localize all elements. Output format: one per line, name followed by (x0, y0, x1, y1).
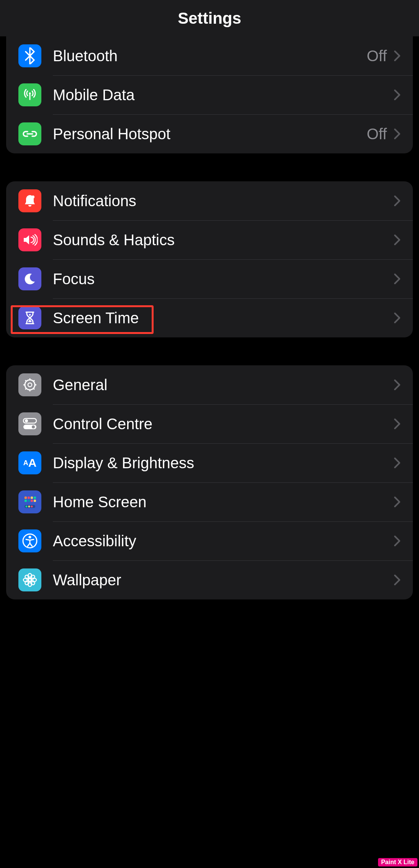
row-value: Off (367, 47, 387, 65)
gear-icon (18, 373, 41, 396)
svg-point-1 (31, 195, 34, 199)
svg-rect-17 (28, 497, 30, 499)
hourglass-icon (18, 306, 41, 329)
chevron-right-icon (394, 234, 401, 246)
chevron-right-icon (394, 574, 401, 586)
accessibility-icon (18, 529, 41, 552)
row-screen-time[interactable]: Screen Time (6, 298, 413, 337)
row-label: Home Screen (53, 493, 394, 511)
svg-point-37 (24, 580, 30, 586)
row-label: Control Centre (53, 415, 394, 433)
settings-group-notifications: Notifications Sounds & Haptics Focus Scr… (6, 181, 413, 337)
row-accessibility[interactable]: Accessibility (6, 521, 413, 560)
row-value: Off (367, 125, 387, 143)
content: Bluetooth Off Mobile Data Personal Hotsp… (0, 36, 419, 599)
chevron-right-icon (394, 89, 401, 101)
row-label: Mobile Data (53, 86, 394, 104)
row-bluetooth[interactable]: Bluetooth Off (6, 36, 413, 75)
row-label: Focus (53, 270, 394, 288)
chevron-right-icon (394, 50, 401, 62)
row-label: Notifications (53, 192, 394, 210)
chevron-right-icon (394, 496, 401, 508)
svg-rect-22 (31, 500, 33, 502)
header: Settings (0, 0, 419, 36)
row-home-screen[interactable]: Home Screen (6, 482, 413, 521)
row-label: Accessibility (53, 533, 394, 550)
row-label: Sounds & Haptics (53, 231, 394, 249)
svg-point-15 (32, 425, 35, 428)
row-display-brightness[interactable]: AA Display & Brightness (6, 443, 413, 482)
row-personal-hotspot[interactable]: Personal Hotspot Off (6, 114, 413, 153)
svg-line-8 (25, 380, 26, 381)
chevron-right-icon (394, 128, 401, 140)
svg-point-26 (28, 506, 30, 508)
row-label: General (53, 376, 394, 394)
row-label: Wallpaper (53, 572, 394, 589)
page-title: Settings (178, 9, 241, 28)
flower-icon (18, 568, 41, 591)
row-wallpaper[interactable]: Wallpaper (6, 560, 413, 599)
svg-line-9 (33, 388, 34, 389)
svg-point-25 (26, 506, 28, 508)
svg-rect-18 (31, 497, 33, 499)
chevron-right-icon (394, 535, 401, 547)
chevron-right-icon (394, 195, 401, 207)
row-sounds-haptics[interactable]: Sounds & Haptics (6, 220, 413, 259)
chevron-right-icon (394, 418, 401, 430)
svg-point-35 (24, 574, 30, 580)
row-label: Screen Time (53, 309, 394, 327)
svg-rect-19 (34, 497, 36, 499)
toggles-icon (18, 412, 41, 435)
chevron-right-icon (394, 379, 401, 391)
antenna-icon (18, 83, 41, 106)
row-general[interactable]: General (6, 365, 413, 404)
svg-line-11 (33, 380, 34, 381)
home-grid-icon (18, 490, 41, 513)
settings-group-general: General Control Centre AA Display & Brig… (6, 365, 413, 599)
svg-point-27 (31, 506, 33, 508)
svg-rect-20 (25, 500, 27, 502)
svg-point-36 (29, 574, 36, 580)
settings-group-connectivity: Bluetooth Off Mobile Data Personal Hotsp… (6, 36, 413, 153)
svg-point-29 (29, 536, 31, 539)
svg-point-0 (29, 93, 31, 94)
svg-line-10 (25, 388, 26, 389)
svg-point-38 (29, 580, 36, 586)
row-label: Bluetooth (53, 47, 367, 65)
svg-rect-23 (34, 500, 36, 502)
row-notifications[interactable]: Notifications (6, 181, 413, 220)
bell-icon (18, 189, 41, 212)
chevron-right-icon (394, 457, 401, 469)
row-control-centre[interactable]: Control Centre (6, 404, 413, 443)
moon-icon (18, 267, 41, 290)
row-focus[interactable]: Focus (6, 259, 413, 298)
svg-rect-16 (25, 497, 27, 499)
row-mobile-data[interactable]: Mobile Data (6, 75, 413, 114)
chevron-right-icon (394, 273, 401, 285)
speaker-icon (18, 228, 41, 251)
svg-rect-21 (28, 500, 30, 502)
link-icon (18, 122, 41, 145)
svg-point-13 (25, 419, 28, 422)
row-label: Personal Hotspot (53, 125, 367, 143)
chevron-right-icon (394, 312, 401, 324)
bluetooth-icon (18, 44, 41, 67)
watermark: Paint X Lite (378, 858, 417, 866)
svg-point-3 (28, 383, 32, 387)
row-label: Display & Brightness (53, 454, 394, 472)
text-size-icon: AA (18, 451, 41, 474)
